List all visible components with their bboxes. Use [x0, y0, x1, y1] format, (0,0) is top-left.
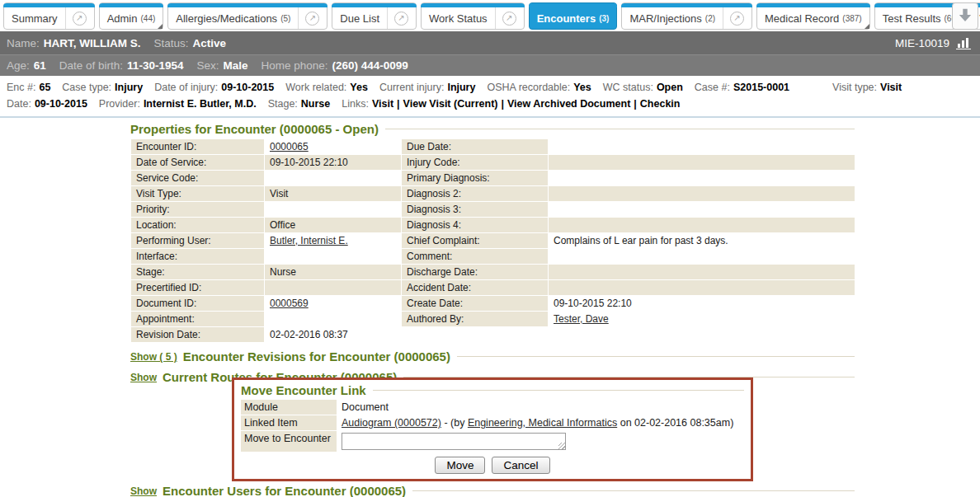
tab-medical-record[interactable]: Medical Record(387): [756, 2, 870, 30]
tab-mar-injections[interactable]: MAR/Injections(2)↗: [621, 2, 752, 30]
show-users-link[interactable]: Show: [130, 485, 157, 497]
field-value: (260) 444-0099: [332, 59, 408, 72]
field-value: Male: [223, 59, 247, 72]
show-routes-link[interactable]: Show: [130, 372, 157, 383]
tab-overflow-button[interactable]: [952, 2, 978, 30]
value-link[interactable]: 0000569: [270, 298, 309, 309]
popout-icon[interactable]: ↗: [502, 12, 516, 26]
divider: |: [397, 98, 400, 110]
tab-summary[interactable]: Summary↗: [3, 2, 95, 30]
encounter-field: Stage:Nurse: [268, 98, 331, 110]
popout-icon[interactable]: ↗: [394, 12, 408, 26]
field-value: Injury: [115, 82, 143, 93]
tab-encounters[interactable]: Encounters(3): [529, 2, 618, 30]
field-label: Provider:: [99, 98, 140, 110]
encounter-field: WC status:Open: [603, 82, 683, 93]
row-value: 0000065: [265, 139, 402, 155]
down-arrow-icon: [958, 7, 973, 26]
patient-name: Name: HART, WILLIAM S.: [7, 37, 141, 49]
tab-admin[interactable]: Admin(44): [99, 2, 164, 30]
table-row: Performing User:Butler, Internist E.Chie…: [131, 233, 855, 249]
show-revisions-link[interactable]: Show ( 5 ): [130, 351, 177, 363]
row-label: Appointment:: [131, 312, 265, 327]
popout-icon[interactable]: ↗: [73, 12, 87, 26]
encounter-field: Work related:Yes: [285, 82, 368, 93]
linked-item-value: Audiogram (0000572) - (by Engineering, M…: [338, 415, 744, 430]
row-value: [265, 249, 402, 265]
linked-item-suffix: on 02-02-2016 08:35am): [617, 417, 733, 429]
encounter-field: Visit type:Visit: [832, 82, 902, 93]
divider: [385, 129, 855, 129]
field-value: Yes: [573, 82, 591, 93]
encounter-link-view-visit-current-[interactable]: View Visit (Current): [403, 98, 498, 110]
encounter-info-line2: Date:09-10-2015Provider:Internist E. But…: [7, 96, 980, 112]
row-label: Interface:: [131, 249, 265, 265]
table-row: Location:OfficeDiagnosis 4:: [131, 218, 855, 233]
field-label: Date of birth:: [59, 59, 123, 72]
tab-count-badge: (44): [140, 14, 155, 23]
popout-icon[interactable]: ↗: [730, 12, 744, 26]
row-value: Complains of L ear pain for past 3 days.: [549, 233, 855, 249]
encounter-field: Current injury:Injury: [379, 82, 476, 93]
row-label: Revision Date:: [131, 327, 265, 343]
resize-grip[interactable]: [558, 443, 565, 449]
encounter-link-view-archived-document[interactable]: View Archived Document: [507, 98, 630, 110]
move-to-encounter-input[interactable]: [342, 434, 565, 449]
encounter-link-visit[interactable]: Visit: [372, 98, 393, 110]
row-label: Create Date:: [402, 296, 549, 312]
row-value: [549, 202, 855, 218]
links-label: Links:: [342, 98, 369, 110]
row-label: Diagnosis 4:: [402, 218, 549, 233]
tab-allergies-medications[interactable]: Allergies/Medications(5)↗: [167, 2, 327, 30]
row-value: Office: [265, 218, 402, 233]
divider: |: [501, 98, 504, 110]
field-label: Current injury:: [379, 82, 445, 93]
row-label: Location:: [131, 218, 265, 233]
encounter-link-checkin[interactable]: Checkin: [640, 98, 681, 110]
row-value: Nurse: [265, 265, 402, 280]
row-label: Diagnosis 2:: [402, 186, 549, 202]
tab-label: Allergies/Medications: [176, 12, 277, 25]
tab-label: Encounters: [537, 12, 596, 25]
encounter-properties-table: Encounter ID:0000065Due Date: Date of Se…: [130, 138, 855, 343]
encounter-field: OSHA recordable:Yes: [487, 82, 591, 93]
value-link[interactable]: Tester, Dave: [554, 313, 609, 325]
section-encounter-users: Show Encounter Users for Encounter (0000…: [130, 484, 855, 497]
tab-work-status[interactable]: Work Status↗: [421, 2, 525, 30]
field-value: 09-10-2015: [35, 98, 87, 110]
dropdown-corner-icon: [865, 24, 869, 29]
table-row: Service Code: Primary Diagnosis:: [131, 171, 855, 186]
value-link[interactable]: Butler, Internist E.: [270, 235, 348, 246]
row-value: 09-10-2015 22:10: [265, 155, 402, 171]
encounter-field: Date:09-10-2015: [7, 98, 87, 110]
popout-icon[interactable]: ↗: [305, 12, 319, 26]
linked-author-link[interactable]: Engineering, Medical Informatics: [468, 417, 617, 429]
tab-label: Due List: [340, 12, 379, 25]
row-label: Injury Code:: [402, 155, 549, 171]
field-value: 09-10-2015: [221, 82, 274, 93]
flowsheet-chart-icon[interactable]: [956, 37, 972, 49]
users-title: Encounter Users for Encounter (0000065): [163, 484, 406, 497]
row-label: Accident Date:: [402, 280, 549, 296]
row-label: Precertified ID:: [131, 280, 265, 296]
linked-document-link[interactable]: Audiogram (0000572): [342, 417, 441, 429]
encounter-field: Enc #:65: [7, 82, 50, 93]
properties-heading: Properties for Encounter (0000065 - Open…: [130, 122, 855, 136]
row-label: Diagnosis 3:: [402, 202, 549, 218]
value-link[interactable]: 0000065: [270, 141, 309, 152]
dropdown-corner-icon: [158, 24, 163, 29]
demographic-field: Sex:Male: [196, 59, 247, 72]
field-label: Home phone:: [261, 59, 327, 72]
linked-item-label: Linked Item: [241, 415, 337, 430]
field-label: OSHA recordable:: [487, 82, 570, 93]
page-title: Properties for Encounter (0000065 - Open…: [130, 122, 379, 136]
tab-label: Work Status: [429, 12, 488, 25]
tab-due-list[interactable]: Due List↗: [332, 2, 417, 30]
encounter-info-line1: Enc #:65Case type:InjuryDate of injury:0…: [7, 79, 980, 96]
chart-id: MIE-10019: [895, 37, 949, 49]
row-label: Visit Type:: [131, 186, 265, 202]
cancel-button[interactable]: Cancel: [492, 457, 549, 474]
status-label: Status:: [154, 37, 189, 49]
field-value: Yes: [350, 82, 368, 93]
move-button[interactable]: Move: [435, 457, 485, 474]
